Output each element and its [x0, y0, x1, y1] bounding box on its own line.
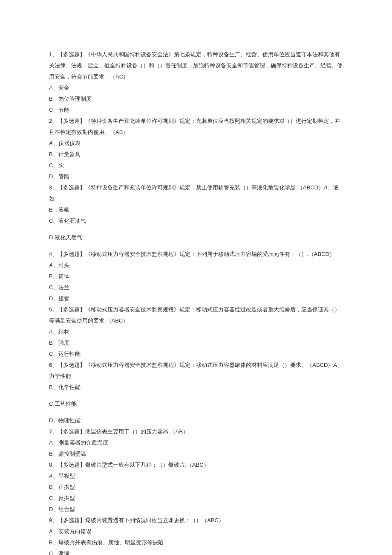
question-5-option-b: B、强度 — [49, 337, 343, 349]
option-letter: A — [49, 262, 53, 268]
question-8-option-b: B、正拱型 — [49, 482, 343, 493]
option-letter: A — [49, 84, 53, 91]
question-3-stem: 3、【多选题】《特种设备生产和充装单位许可规则》规定：禁止使用软管充装（）等液化… — [49, 182, 343, 204]
question-1-option-c: C、节能 — [49, 105, 343, 116]
option-text: 泵 — [58, 162, 64, 169]
question-5: 5、【多选题】《移动式压力容器安全技术监察规程》规定：移动式压力容器经过改造或者… — [49, 304, 343, 360]
question-6-option-c: C,工艺性能 — [49, 398, 343, 410]
question-4-option-d: D、接管 — [49, 293, 343, 304]
question-8-stem: 8、【多选题】爆破片型式一般有以下几种：（）爆破片.（ABC） — [49, 459, 343, 471]
question-7-option-a: A、测量容器的介质温度 — [49, 437, 343, 448]
question-7-option-b: B、需控制壁温 — [49, 448, 343, 459]
spacer — [49, 393, 343, 398]
question-1-stem: 1、【多选题】《中华人民共和国特种设备安全法》第七条规定，特种设备生产、经营、使… — [49, 49, 343, 82]
question-7-stem: 7、【多选题】测温仪表主要用于（）的压力容器.（AB） — [49, 426, 343, 437]
question-2-option-d: D、管路 — [49, 171, 343, 182]
question-9-stem: 9、【多选题】爆破片装置遇有下列情况时应当立即更换：（）（ABC） — [49, 515, 343, 526]
question-9-option-c: C、泄漏 — [49, 548, 343, 555]
question-9-option-b: B、爆破片外表有伤痕、腐蚀、明显变形等缺陷 — [49, 537, 343, 548]
option-text: 、仪器仪表 — [53, 140, 81, 146]
question-4-stem: 4、【多选题】《移动式压力容器安全技术监察规程》规定：下列属于移动式压力容塌的受… — [49, 249, 343, 271]
stem-text: 4、【多选题】《移动式压力容器安全技术监察规程》规定：下列属于移动式压力容塌的受… — [49, 251, 335, 257]
spacer — [49, 410, 343, 415]
question-8-option-d: D、组合型 — [49, 504, 343, 515]
question-5-stem: 5、【多选题】《移动式压力容器安全技术监察规程》规定：移动式压力容器经过改造或者… — [49, 304, 343, 326]
question-3-option-c: C、液化石油气 — [49, 215, 343, 227]
question-8-option-c: C、反拱型 — [49, 493, 343, 504]
question-8-option-a: A、平板型 — [49, 471, 343, 482]
spacer — [49, 243, 343, 249]
question-7: 7、【多选题】测温仪表主要用于（）的压力容器.（AB） A、测量容器的介质温度 … — [49, 426, 343, 459]
option-text: 、结构 — [53, 328, 69, 335]
question-4-option-b: B、筒体 — [49, 271, 343, 282]
question-2-option-b: B、计量器具 — [49, 149, 343, 160]
option-text: 、平板型 — [53, 473, 75, 479]
question-2: 2、【多选迎】《特种设备生产和充装单位许可规则》规定：充装单位应当按照相关规定的… — [49, 116, 343, 182]
stem-text: 6、【多选题】《移动式压力容器安全技术监察规程》规定：移动式压力容器罐体的材料应… — [49, 362, 333, 368]
question-8: 8、【多选题】爆破片型式一般有以下几种：（）爆破片.（ABC） A、平板型 B、… — [49, 459, 343, 515]
question-3: 3、【多选题】《特种设备生产和充装单位许可规则》规定：禁止使用软管充装（）等液化… — [49, 182, 343, 243]
option-letter: A — [324, 184, 328, 191]
option-text: 、封头 — [53, 262, 69, 268]
question-1-option-b: B、岗位管理制度 — [49, 93, 343, 105]
question-2-option-a: A、仪器仪表 — [49, 138, 343, 149]
option-letter: A — [49, 473, 53, 479]
stem-text: 3、【多选题】《特种设备生产和充装单位许可规则》规定：禁止使用软管充装（）等液化… — [49, 184, 324, 191]
question-9: 9、【多选题】爆破片装置遇有下列情况时应当立即更换：（）（ABC） A、安装方向… — [49, 515, 343, 555]
question-4-option-c: C、法兰 — [49, 282, 343, 293]
option-letter: A — [49, 328, 53, 335]
question-5-option-a: A、结构 — [49, 326, 343, 337]
option-letter: A — [49, 140, 53, 146]
question-1: 1、【多选题】《中华人民共和国特种设备安全法》第七条规定，特种设备生产、经营、使… — [49, 49, 343, 116]
question-4: 4、【多选题】《移动式压力容器安全技术监察规程》规定：下列属于移动式压力容塌的受… — [49, 249, 343, 304]
question-6-option-b: B、化学性能 — [49, 382, 343, 393]
spacer — [49, 227, 343, 232]
question-2-option-c: C、泵 — [49, 160, 343, 171]
question-2-stem: 2、【多选迎】《特种设备生产和充装单位许可规则》规定：充装单位应当按照相关规定的… — [49, 116, 343, 138]
option-letter: C、 — [49, 162, 58, 169]
option-letter: A — [333, 362, 337, 368]
question-9-option-a: A、安装方向错误 — [49, 526, 343, 537]
question-6-stem: 6、【多选题】《移动式压力容器安全技术监察规程》规定：移动式压力容器罐体的材料应… — [49, 360, 343, 382]
question-3-option-b: B、液氨 — [49, 204, 343, 215]
option-text: 、安全 — [53, 84, 69, 91]
question-6-option-d: D、物理性能 — [49, 415, 343, 426]
question-6: 6、【多选题】《移动式压力容器安全技术监察规程》规定：移动式压力容器罐体的材料应… — [49, 360, 343, 426]
question-3-option-d: D,液化天然气 — [49, 232, 343, 243]
question-5-option-c: C、运行性能 — [49, 349, 343, 360]
question-1-option-a: A、安全 — [49, 82, 343, 93]
